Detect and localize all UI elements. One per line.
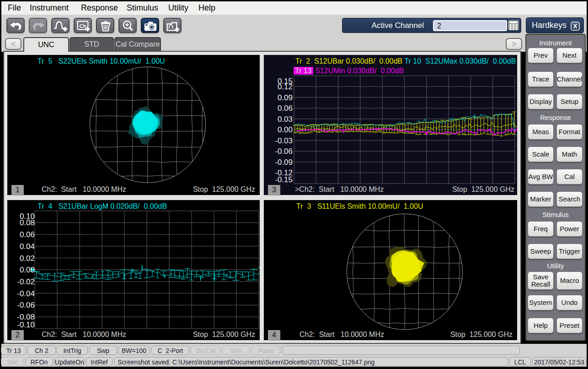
svg-text:Ch: Ch [80, 23, 86, 29]
